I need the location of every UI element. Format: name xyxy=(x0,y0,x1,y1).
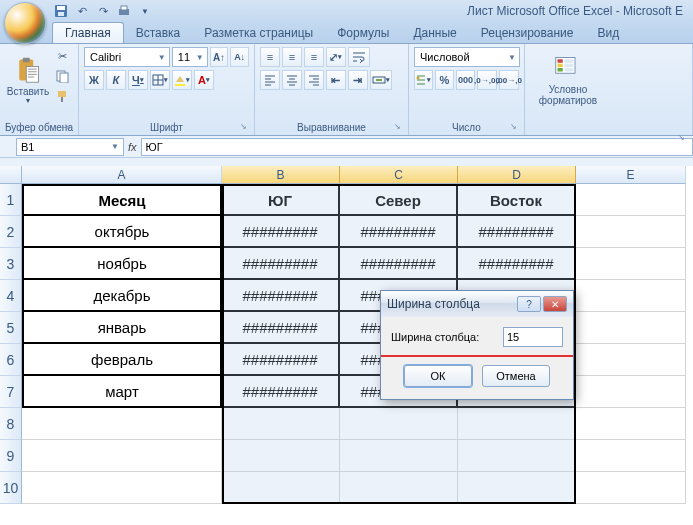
bold-button[interactable]: Ж xyxy=(84,70,104,90)
cell[interactable]: март xyxy=(22,376,222,408)
row-header[interactable]: 8 xyxy=(0,408,22,440)
cell[interactable] xyxy=(22,440,222,472)
redo-icon[interactable]: ↷ xyxy=(94,2,112,20)
cell[interactable] xyxy=(458,408,576,440)
paste-button[interactable]: Вставить ▼ xyxy=(5,47,51,113)
align-middle-icon[interactable]: ≡ xyxy=(282,47,302,67)
accounting-format-icon[interactable]: ▾ xyxy=(414,70,433,90)
column-header-E[interactable]: E xyxy=(576,166,686,184)
select-all-button[interactable] xyxy=(0,166,22,184)
cell[interactable] xyxy=(222,408,340,440)
align-bottom-icon[interactable]: ≡ xyxy=(304,47,324,67)
tab-view[interactable]: Вид xyxy=(585,23,631,43)
fill-color-button[interactable]: ▾ xyxy=(172,70,192,90)
row-header[interactable]: 1 xyxy=(0,184,22,216)
tab-review[interactable]: Рецензирование xyxy=(469,23,586,43)
row-header[interactable]: 5 xyxy=(0,312,22,344)
cell[interactable]: ЮГ xyxy=(222,184,340,216)
cell[interactable]: Север xyxy=(340,184,458,216)
border-button[interactable]: ▾ xyxy=(150,70,170,90)
cancel-button[interactable]: Отмена xyxy=(482,365,550,387)
cell[interactable] xyxy=(576,440,686,472)
cell[interactable]: январь xyxy=(22,312,222,344)
qat-dropdown-icon[interactable]: ▼ xyxy=(136,2,154,20)
font-name-combo[interactable]: Calibri▼ xyxy=(84,47,170,67)
cell[interactable]: ######### xyxy=(458,248,576,280)
cell[interactable] xyxy=(222,440,340,472)
fx-icon[interactable]: fx xyxy=(128,141,137,153)
percent-format-icon[interactable]: % xyxy=(435,70,454,90)
cell[interactable]: Восток xyxy=(458,184,576,216)
cell[interactable] xyxy=(576,216,686,248)
dialog-close-button[interactable]: ✕ xyxy=(543,296,567,312)
cell[interactable]: декабрь xyxy=(22,280,222,312)
cell[interactable] xyxy=(576,248,686,280)
font-size-combo[interactable]: 11▼ xyxy=(172,47,208,67)
tab-insert[interactable]: Вставка xyxy=(124,23,193,43)
column-header-D[interactable]: D xyxy=(458,166,576,184)
cell[interactable] xyxy=(458,472,576,504)
row-header[interactable]: 7 xyxy=(0,376,22,408)
cell[interactable] xyxy=(576,408,686,440)
cell[interactable] xyxy=(22,408,222,440)
cell[interactable]: ######### xyxy=(222,344,340,376)
align-right-icon[interactable] xyxy=(304,70,324,90)
print-icon[interactable] xyxy=(115,2,133,20)
increase-decimal-icon[interactable]: ,0→,00 xyxy=(477,70,497,90)
row-header[interactable]: 2 xyxy=(0,216,22,248)
comma-format-icon[interactable]: 000 xyxy=(456,70,475,90)
cell[interactable]: ######### xyxy=(458,216,576,248)
cell[interactable]: ######### xyxy=(222,312,340,344)
number-format-combo[interactable]: Числовой▼ xyxy=(414,47,520,67)
cut-icon[interactable]: ✂ xyxy=(53,47,71,65)
increase-indent-icon[interactable]: ⇥ xyxy=(348,70,368,90)
row-header[interactable]: 9 xyxy=(0,440,22,472)
shrink-font-icon[interactable]: A↓ xyxy=(230,47,249,67)
cell[interactable] xyxy=(22,472,222,504)
row-header[interactable]: 3 xyxy=(0,248,22,280)
ok-button[interactable]: ОК xyxy=(404,365,472,387)
decrease-decimal-icon[interactable]: ,00→,0 xyxy=(499,70,519,90)
copy-icon[interactable] xyxy=(53,67,71,85)
grow-font-icon[interactable]: A↑ xyxy=(210,47,229,67)
underline-button[interactable]: Ч▾ xyxy=(128,70,148,90)
dialog-help-button[interactable]: ? xyxy=(517,296,541,312)
cell[interactable]: февраль xyxy=(22,344,222,376)
align-top-icon[interactable]: ≡ xyxy=(260,47,280,67)
merge-cells-icon[interactable]: ▾ xyxy=(370,70,392,90)
cell[interactable]: ноябрь xyxy=(22,248,222,280)
undo-icon[interactable]: ↶ xyxy=(73,2,91,20)
conditional-formatting-button[interactable]: Условно форматиров xyxy=(530,47,606,113)
align-left-icon[interactable] xyxy=(260,70,280,90)
cell[interactable]: Месяц xyxy=(22,184,222,216)
font-color-button[interactable]: A▾ xyxy=(194,70,214,90)
wrap-text-icon[interactable] xyxy=(348,47,370,67)
cell[interactable]: ######### xyxy=(222,376,340,408)
column-width-input[interactable] xyxy=(503,327,563,347)
name-box[interactable]: B1▼ xyxy=(16,138,124,156)
cell[interactable]: ######### xyxy=(222,248,340,280)
cell[interactable] xyxy=(576,312,686,344)
row-header[interactable]: 6 xyxy=(0,344,22,376)
cell[interactable] xyxy=(576,280,686,312)
cell[interactable]: ######### xyxy=(340,216,458,248)
cell[interactable]: ######### xyxy=(222,216,340,248)
cell[interactable] xyxy=(340,440,458,472)
office-button[interactable] xyxy=(4,2,46,44)
cell[interactable]: ######### xyxy=(222,280,340,312)
cell[interactable] xyxy=(458,440,576,472)
cell[interactable] xyxy=(576,472,686,504)
cell[interactable]: октябрь xyxy=(22,216,222,248)
cell[interactable] xyxy=(576,376,686,408)
align-center-icon[interactable] xyxy=(282,70,302,90)
cell[interactable]: ######### xyxy=(340,248,458,280)
formula-input[interactable]: ЮГ xyxy=(141,138,693,156)
dialog-title-bar[interactable]: Ширина столбца ? ✕ xyxy=(381,291,573,317)
orientation-icon[interactable]: ⤢▾ xyxy=(326,47,346,67)
decrease-indent-icon[interactable]: ⇤ xyxy=(326,70,346,90)
row-header[interactable]: 4 xyxy=(0,280,22,312)
cell[interactable] xyxy=(222,472,340,504)
italic-button[interactable]: К xyxy=(106,70,126,90)
tab-formulas[interactable]: Формулы xyxy=(325,23,401,43)
format-painter-icon[interactable] xyxy=(53,87,71,105)
